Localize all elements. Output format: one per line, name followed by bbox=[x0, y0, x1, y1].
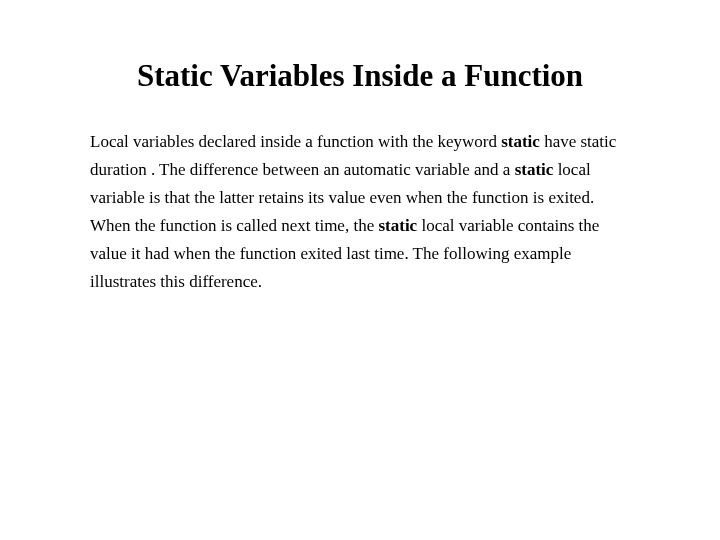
body-paragraph: Local variables declared inside a functi… bbox=[90, 128, 630, 296]
keyword-static: static bbox=[515, 160, 554, 179]
keyword-static: static bbox=[501, 132, 540, 151]
text-run: Local variables declared inside a functi… bbox=[90, 132, 501, 151]
keyword-static: static bbox=[378, 216, 417, 235]
page-title: Static Variables Inside a Function bbox=[90, 58, 630, 94]
